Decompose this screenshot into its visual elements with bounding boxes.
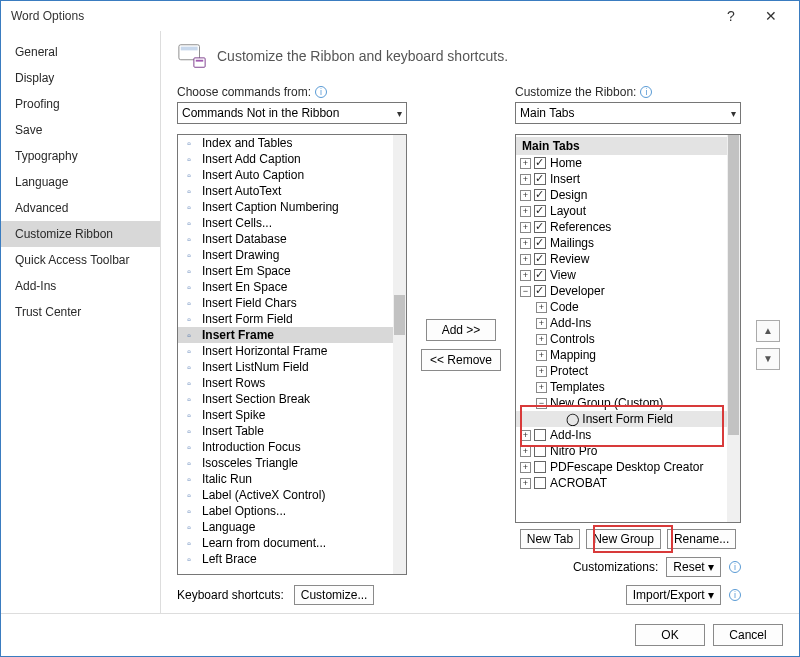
help-button[interactable]: ? — [711, 8, 751, 24]
checkbox[interactable] — [534, 253, 546, 265]
tree-node[interactable]: −Developer — [516, 283, 727, 299]
info-icon[interactable]: i — [729, 589, 741, 601]
expand-icon[interactable]: + — [536, 302, 547, 313]
expand-icon[interactable]: + — [536, 350, 547, 361]
tree-node[interactable]: +Review — [516, 251, 727, 267]
command-item[interactable]: ▫Insert Form Field — [178, 311, 393, 327]
expand-icon[interactable]: + — [520, 206, 531, 217]
sidebar-item-trust-center[interactable]: Trust Center — [1, 299, 160, 325]
ok-button[interactable]: OK — [635, 624, 705, 646]
sidebar-item-typography[interactable]: Typography — [1, 143, 160, 169]
command-item[interactable]: ▫Insert ListNum Field — [178, 359, 393, 375]
command-item[interactable]: ▫Insert Horizontal Frame — [178, 343, 393, 359]
tree-node[interactable]: +Insert — [516, 171, 727, 187]
expand-icon[interactable]: + — [520, 446, 531, 457]
sidebar-item-customize-ribbon[interactable]: Customize Ribbon — [1, 221, 160, 247]
command-item[interactable]: ▫Insert Rows — [178, 375, 393, 391]
expand-icon[interactable]: + — [520, 462, 531, 473]
checkbox[interactable] — [534, 461, 546, 473]
tree-node[interactable]: +Code — [516, 299, 727, 315]
command-item[interactable]: ▫Left Brace — [178, 551, 393, 567]
info-icon[interactable]: i — [729, 561, 741, 573]
checkbox[interactable] — [534, 477, 546, 489]
remove-button[interactable]: << Remove — [421, 349, 501, 371]
command-item[interactable]: ▫Insert Cells... — [178, 215, 393, 231]
command-item[interactable]: ▫Insert Table — [178, 423, 393, 439]
command-item[interactable]: ▫Insert Spike — [178, 407, 393, 423]
new-group-button[interactable]: New Group — [586, 529, 661, 549]
sidebar-item-display[interactable]: Display — [1, 65, 160, 91]
command-item[interactable]: ▫Insert Em Space — [178, 263, 393, 279]
tree-node[interactable]: +Templates — [516, 379, 727, 395]
add-button[interactable]: Add >> — [426, 319, 496, 341]
tree-node[interactable]: +Mapping — [516, 347, 727, 363]
scroll-thumb[interactable] — [728, 135, 739, 435]
info-icon[interactable]: i — [315, 86, 327, 98]
sidebar-item-save[interactable]: Save — [1, 117, 160, 143]
expand-icon[interactable]: + — [520, 430, 531, 441]
command-item[interactable]: ▫Insert En Space — [178, 279, 393, 295]
tree-node[interactable]: +Add-Ins — [516, 315, 727, 331]
command-item[interactable]: ▫Language — [178, 519, 393, 535]
expand-icon[interactable]: + — [520, 222, 531, 233]
scroll-thumb[interactable] — [394, 295, 405, 335]
customize-keyboard-button[interactable]: Customize... — [294, 585, 375, 605]
import-export-button[interactable]: Import/Export ▾ — [626, 585, 721, 605]
tree-node[interactable]: +Nitro Pro — [516, 443, 727, 459]
command-item[interactable]: ▫Insert Auto Caption — [178, 167, 393, 183]
info-icon[interactable]: i — [640, 86, 652, 98]
tree-node[interactable]: +Home — [516, 155, 727, 171]
expand-icon[interactable]: + — [520, 478, 531, 489]
command-item[interactable]: ▫Index and Tables — [178, 135, 393, 151]
command-item[interactable]: ▫Insert AutoText — [178, 183, 393, 199]
command-item[interactable]: ▫Label (ActiveX Control) — [178, 487, 393, 503]
tree-node[interactable]: −New Group (Custom) — [516, 395, 727, 411]
sidebar-item-quick-access-toolbar[interactable]: Quick Access Toolbar — [1, 247, 160, 273]
command-item[interactable]: ▫Insert Field Chars — [178, 295, 393, 311]
checkbox[interactable] — [534, 269, 546, 281]
expand-icon[interactable]: + — [536, 334, 547, 345]
cancel-button[interactable]: Cancel — [713, 624, 783, 646]
sidebar-item-language[interactable]: Language — [1, 169, 160, 195]
tree-node[interactable]: +Mailings — [516, 235, 727, 251]
command-item[interactable]: ▫Insert Caption Numbering — [178, 199, 393, 215]
sidebar-item-general[interactable]: General — [1, 39, 160, 65]
tree-node[interactable]: +Design — [516, 187, 727, 203]
close-button[interactable]: ✕ — [751, 8, 791, 24]
tree-node[interactable]: +Add-Ins — [516, 427, 727, 443]
checkbox[interactable] — [534, 189, 546, 201]
expand-icon[interactable]: + — [520, 254, 531, 265]
tree-node[interactable]: +Controls — [516, 331, 727, 347]
tree-node[interactable]: +Layout — [516, 203, 727, 219]
command-item[interactable]: ▫Learn from document... — [178, 535, 393, 551]
scrollbar[interactable] — [727, 135, 740, 522]
expand-icon[interactable]: + — [520, 174, 531, 185]
tree-node[interactable]: +Protect — [516, 363, 727, 379]
command-item[interactable]: ▫Insert Add Caption — [178, 151, 393, 167]
commands-from-combo[interactable]: Commands Not in the Ribbon ▾ — [177, 102, 407, 124]
move-down-button[interactable]: ▼ — [756, 348, 780, 370]
ribbon-tree[interactable]: Main Tabs+Home+Insert+Design+Layout+Refe… — [515, 134, 741, 523]
commands-listbox[interactable]: ▫Index and Tables▫Insert Add Caption▫Ins… — [177, 134, 407, 575]
command-item[interactable]: ▫Insert Frame — [178, 327, 393, 343]
command-item[interactable]: ▫Insert Database — [178, 231, 393, 247]
command-item[interactable]: ▫Isosceles Triangle — [178, 455, 393, 471]
checkbox[interactable] — [534, 237, 546, 249]
expand-icon[interactable]: + — [536, 318, 547, 329]
ribbon-tabs-combo[interactable]: Main Tabs ▾ — [515, 102, 741, 124]
rename-button[interactable]: Rename... — [667, 529, 736, 549]
checkbox[interactable] — [534, 221, 546, 233]
expand-icon[interactable]: + — [536, 366, 547, 377]
sidebar-item-advanced[interactable]: Advanced — [1, 195, 160, 221]
checkbox[interactable] — [534, 285, 546, 297]
tree-node[interactable]: +View — [516, 267, 727, 283]
checkbox[interactable] — [534, 173, 546, 185]
command-item[interactable]: ▫Italic Run — [178, 471, 393, 487]
command-item[interactable]: ▫Introduction Focus — [178, 439, 393, 455]
reset-button[interactable]: Reset ▾ — [666, 557, 721, 577]
tree-node[interactable]: +References — [516, 219, 727, 235]
tree-node[interactable]: ◯ Insert Form Field — [516, 411, 727, 427]
sidebar-item-add-ins[interactable]: Add-Ins — [1, 273, 160, 299]
checkbox[interactable] — [534, 205, 546, 217]
command-item[interactable]: ▫Insert Section Break — [178, 391, 393, 407]
